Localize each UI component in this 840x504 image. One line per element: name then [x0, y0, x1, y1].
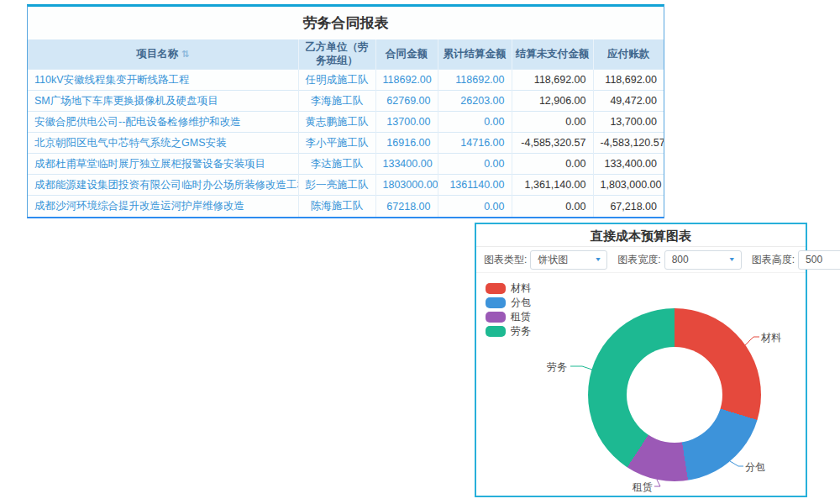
project-link[interactable]: 北京朝阳区电气中芯特气系统之GMS安装 — [28, 133, 298, 154]
direct-cost-chart-panel: 直接成本预算图表 图表类型: 饼状图 ▼ 图表宽度: 800 ▼ 图表高度: 5 — [475, 223, 807, 497]
table-row: 北京朝阳区电气中芯特气系统之GMS安装李小平施工队16916.0014716.0… — [28, 133, 664, 154]
page: 劳务合同报表 项目名称⇅ 乙方单位（劳务班组） 合同金额 累计结算金额 结算未支… — [0, 0, 840, 504]
project-link[interactable]: 成都沙河环境综合提升改造运河护岸维修改造 — [28, 196, 298, 217]
chart-type-select[interactable]: 饼状图 ▼ — [530, 250, 607, 270]
chart-height-select[interactable]: 500 ▼ — [798, 250, 840, 270]
slice-label-subcontract: 分包 — [745, 460, 765, 475]
chart-type-control: 图表类型: 饼状图 ▼ — [484, 250, 607, 270]
table-header-row: 项目名称⇅ 乙方单位（劳务班组） 合同金额 累计结算金额 结算未支付金额 应付账… — [28, 39, 664, 70]
chart-type-label: 图表类型: — [484, 253, 527, 267]
column-header-payable: 应付账款 — [593, 39, 664, 70]
team-name: 陈海施工队 — [298, 196, 375, 217]
team-name: 任明成施工队 — [298, 70, 375, 91]
report-table: 项目名称⇅ 乙方单位（劳务班组） 合同金额 累计结算金额 结算未支付金额 应付账… — [28, 39, 664, 217]
report-table-body: 110kV安徽线程集变开断线路工程任明成施工队118692.00118692.0… — [28, 70, 664, 217]
table-row: 成都沙河环境综合提升改造运河护岸维修改造陈海施工队67218.000.000.0… — [28, 196, 664, 217]
team-name: 李小平施工队 — [298, 133, 375, 154]
project-link[interactable]: 安徽合肥供电公司--配电设备检修维护和改造 — [28, 112, 298, 133]
contract-amount: 62769.00 — [375, 91, 438, 112]
column-header-project[interactable]: 项目名称⇅ — [28, 39, 298, 70]
team-name: 李海施工队 — [298, 91, 375, 112]
payable-amount: 13,700.00 — [593, 112, 664, 133]
contract-amount: 16916.00 — [375, 133, 438, 154]
chevron-down-icon: ▼ — [594, 256, 601, 263]
project-link[interactable]: SM广场地下车库更换摄像机及硬盘项目 — [28, 91, 298, 112]
settled-amount: 118692.00 — [438, 70, 512, 91]
slice-label-labor: 劳务 — [547, 360, 567, 375]
project-link[interactable]: 成都杜甫草堂临时展厅独立展柜报警设备安装项目 — [28, 154, 298, 175]
unpaid-amount: 12,906.00 — [512, 91, 593, 112]
chart-height-label: 图表高度: — [752, 253, 795, 267]
table-row: 安徽合肥供电公司--配电设备检修维护和改造黄志鹏施工队13700.000.000… — [28, 112, 664, 133]
table-row: 成都能源建设集团投资有限公司临时办公场所装修改造工程EPC彭一亮施工队18030… — [28, 175, 664, 196]
team-name: 黄志鹏施工队 — [298, 112, 375, 133]
labor-contract-report-card: 劳务合同报表 项目名称⇅ 乙方单位（劳务班组） 合同金额 累计结算金额 结算未支… — [27, 4, 664, 218]
column-header-project-label: 项目名称 — [136, 48, 178, 60]
chart-height-control: 图表高度: 500 ▼ — [752, 250, 840, 270]
slice-label-materials: 材料 — [761, 331, 781, 345]
column-header-team: 乙方单位（劳务班组） — [298, 39, 375, 70]
contract-amount: 133400.00 — [375, 154, 438, 175]
contract-amount: 1803000.00 — [375, 175, 438, 196]
chart-width-control: 图表宽度: 800 ▼ — [617, 250, 741, 270]
column-header-unpaid-amount: 结算未支付金额 — [512, 39, 593, 70]
contract-amount: 13700.00 — [375, 112, 438, 133]
slice-label-rental: 租赁 — [633, 480, 653, 495]
unpaid-amount: 0.00 — [512, 196, 593, 217]
payable-amount: 118,692.00 — [593, 70, 664, 91]
settled-amount: 0.00 — [438, 112, 512, 133]
table-row: SM广场地下车库更换摄像机及硬盘项目李海施工队62769.0026203.001… — [28, 91, 664, 112]
sort-icon[interactable]: ⇅ — [181, 49, 189, 59]
unpaid-amount: -4,585,320.57 — [512, 133, 593, 154]
column-header-contract-amount: 合同金额 — [375, 39, 438, 70]
unpaid-amount: 0.00 — [512, 154, 593, 175]
chart-width-label: 图表宽度: — [617, 253, 660, 267]
contract-amount: 67218.00 — [375, 196, 438, 217]
unpaid-amount: 118,692.00 — [512, 70, 593, 91]
settled-amount: 0.00 — [438, 196, 512, 217]
chart-controls: 图表类型: 饼状图 ▼ 图表宽度: 800 ▼ 图表高度: 500 ▼ — [476, 247, 806, 273]
settled-amount: 0.00 — [438, 154, 512, 175]
payable-amount: -4,583,120.57 — [593, 133, 664, 154]
payable-amount: 67,218.00 — [593, 196, 664, 217]
project-link[interactable]: 成都能源建设集团投资有限公司临时办公场所装修改造工程EPC — [28, 175, 298, 196]
settled-amount: 26203.00 — [438, 91, 512, 112]
project-link[interactable]: 110kV安徽线程集变开断线路工程 — [28, 70, 298, 91]
chart-width-select[interactable]: 800 ▼ — [664, 250, 742, 270]
table-row: 110kV安徽线程集变开断线路工程任明成施工队118692.00118692.0… — [28, 70, 664, 91]
chart-panel-title: 直接成本预算图表 — [476, 224, 806, 247]
settled-amount: 1361140.00 — [438, 175, 512, 196]
pie-chart-area: 材料分包租赁劳务 材料 分包 租赁 劳务 — [476, 273, 806, 495]
column-header-settled-amount: 累计结算金额 — [438, 39, 512, 70]
settled-amount: 14716.00 — [438, 133, 512, 154]
chevron-down-icon: ▼ — [728, 256, 736, 263]
table-row: 成都杜甫草堂临时展厅独立展柜报警设备安装项目李达施工队133400.000.00… — [28, 154, 664, 175]
payable-amount: 1,803,000.00 — [593, 175, 664, 196]
unpaid-amount: 1,361,140.00 — [512, 175, 593, 196]
contract-amount: 118692.00 — [375, 70, 438, 91]
unpaid-amount: 0.00 — [512, 112, 593, 133]
report-title: 劳务合同报表 — [28, 7, 664, 39]
team-name: 李达施工队 — [298, 154, 375, 175]
payable-amount: 49,472.00 — [593, 91, 664, 112]
payable-amount: 133,400.00 — [593, 154, 664, 175]
team-name: 彭一亮施工队 — [298, 175, 375, 196]
